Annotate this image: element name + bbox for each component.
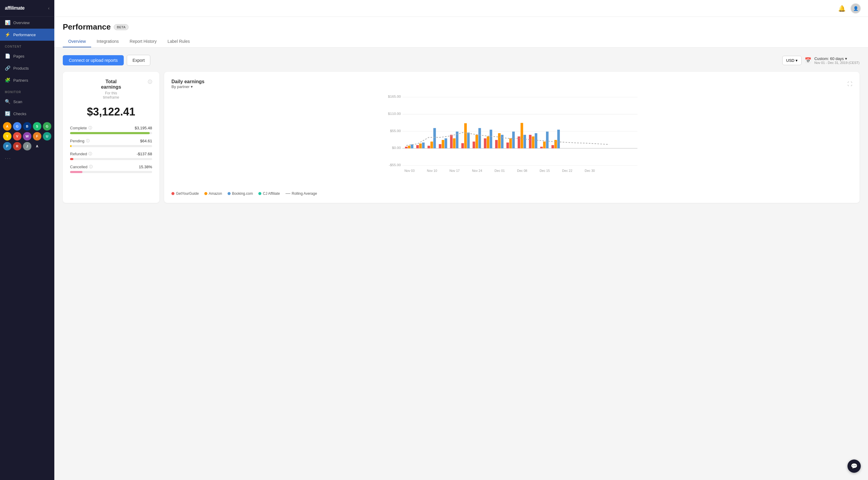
partner-icon-flexoffers[interactable]: F [33,132,41,140]
partner-icon-partnerize[interactable]: P [3,142,11,150]
svg-rect-17 [428,146,430,148]
partner-icon-unilink[interactable]: U [43,132,51,140]
partner-icon-getyourguide[interactable]: G [43,122,51,131]
user-avatar[interactable]: 👤 [850,3,861,13]
sidebar-item-products[interactable]: 🔗 Products [0,62,54,74]
daily-earnings-card: Daily earnings By partner ▾ ⛶ $165.00 $1… [164,72,860,203]
page-header: Performance BETA OverviewIntegrationsRep… [54,17,868,48]
metric-info-icon-cancelled[interactable]: ⓘ [89,164,93,169]
partner-icon-amazon[interactable]: A [3,122,11,131]
metric-info-icon-refunded[interactable]: ⓘ [88,151,92,157]
total-earnings-card: Total earnings For this timeframe ⓘ $3,1… [63,72,159,203]
metric-label-complete: Complete ⓘ [70,126,92,131]
daily-earnings-chart: $165.00 $110.00 $55.00 $0.00 -$55.00 [172,91,852,187]
svg-rect-16 [422,143,425,148]
legend-dot-getyourguide [172,192,175,195]
partner-icon-awin[interactable]: A [33,142,41,150]
more-partners-button[interactable]: ··· [0,153,54,164]
currency-dropdown-icon: ▾ [796,58,798,63]
toolbar: Connect or upload reports Export USD ▾ 📅… [63,55,860,66]
svg-rect-48 [543,142,546,148]
partner-icon-rakuten[interactable]: R [13,142,22,150]
content-section-label: CONTENT [0,41,54,50]
products-icon: 🔗 [5,65,10,71]
partner-icon-shareasale[interactable]: S [33,122,41,131]
chart-legend: GetYourGuideAmazonBooking.comCJ Affiliat… [172,192,852,196]
sidebar-item-checks[interactable]: 🔄 Checks [0,108,54,120]
partner-icon-yellow-pages[interactable]: Y [3,132,11,140]
calendar-icon: 📅 [805,57,811,64]
tabs: OverviewIntegrationsReport HistoryLabel … [63,36,860,47]
partner-icon-webgains[interactable]: W [23,132,31,140]
metric-value-complete: $3,195.48 [134,126,152,130]
sidebar: affilimate ‹ 📊 Overview ⚡ Performance CO… [0,0,54,480]
progress-bar-complete [70,132,152,134]
svg-text:Nov 10: Nov 10 [427,169,437,172]
progress-fill-complete [70,132,150,134]
partner-icon-booking[interactable]: B [23,122,31,131]
svg-text:Nov 24: Nov 24 [472,169,482,172]
partner-icon-justwatch[interactable]: J [23,142,31,150]
svg-rect-37 [501,135,504,148]
progress-fill-cancelled [70,171,83,173]
tab-integrations[interactable]: Integrations [91,36,124,47]
legend-item-booking: Booking.com [227,192,253,196]
page-title-row: Performance BETA [63,22,860,32]
svg-rect-39 [509,138,512,148]
partner-icon-various[interactable]: V [13,132,22,140]
total-earnings-info-icon[interactable]: ⓘ [148,79,152,84]
chat-button[interactable]: 💬 [847,459,861,473]
date-dropdown-icon: ▾ [845,57,847,61]
total-earnings-subtitle: For this timeframe [97,91,125,100]
svg-text:$110.00: $110.00 [388,111,401,115]
progress-bar-pending [70,145,152,147]
tab-overview[interactable]: Overview [63,36,91,47]
sidebar-item-scan[interactable]: 🔍 Scan [0,96,54,108]
notification-icon[interactable]: 🔔 [838,5,846,12]
sidebar-item-partners[interactable]: 🧩 Partners [0,74,54,86]
partner-icon-google[interactable]: G [13,122,22,131]
tab-label-rules[interactable]: Label Rules [162,36,195,47]
collapse-sidebar-icon[interactable]: ‹ [48,6,50,10]
main-content: 🔔 👤 Performance BETA OverviewIntegration… [54,0,868,480]
svg-rect-50 [551,145,554,148]
svg-rect-26 [462,143,464,148]
svg-rect-14 [416,145,419,148]
metric-row-cancelled: Cancelled ⓘ 15.38% [70,164,152,173]
metric-label-refunded: Refunded ⓘ [70,151,92,157]
legend-label-rolling: Rolling Average [292,192,317,196]
sidebar-item-overview[interactable]: 📊 Overview [0,16,54,29]
partners-icon: 🧩 [5,77,10,83]
currency-selector[interactable]: USD ▾ [782,56,802,65]
legend-label-cj: CJ Affiliate [263,192,280,196]
connect-upload-button[interactable]: Connect or upload reports [63,55,124,65]
expand-chart-icon[interactable]: ⛶ [847,81,852,87]
export-button[interactable]: Export [127,55,150,66]
sidebar-item-performance[interactable]: ⚡ Performance [0,29,54,41]
by-partner-dropdown-icon: ▾ [191,84,193,89]
tab-report-history[interactable]: Report History [124,36,162,47]
total-earnings-amount: $3,122.41 [70,106,152,118]
svg-text:Nov 03: Nov 03 [404,169,415,172]
sidebar-item-pages[interactable]: 📄 Pages [0,50,54,62]
legend-item-amazon: Amazon [204,192,222,196]
logo-text: affilimate [5,5,25,11]
checks-icon: 🔄 [5,111,10,116]
svg-rect-19 [433,128,436,148]
metric-info-icon-pending[interactable]: ⓘ [86,138,90,143]
date-range-title[interactable]: Custom: 60 days ▾ [814,57,860,61]
svg-rect-36 [498,133,501,148]
metric-row-refunded: Refunded ⓘ -$137.68 [70,151,152,160]
metric-info-icon-complete[interactable]: ⓘ [88,126,92,131]
progress-fill-refunded [70,158,73,160]
svg-rect-12 [408,146,410,148]
svg-rect-38 [506,143,509,148]
by-partner-selector[interactable]: By partner ▾ [172,84,204,89]
progress-bar-cancelled [70,171,152,173]
total-earnings-title: Total earnings [97,79,125,90]
svg-rect-21 [441,140,444,148]
svg-text:Dec 01: Dec 01 [495,169,505,172]
cards-row: Total earnings For this timeframe ⓘ $3,1… [63,72,860,203]
svg-rect-29 [473,142,475,148]
monitor-section-label: MONITOR [0,86,54,96]
